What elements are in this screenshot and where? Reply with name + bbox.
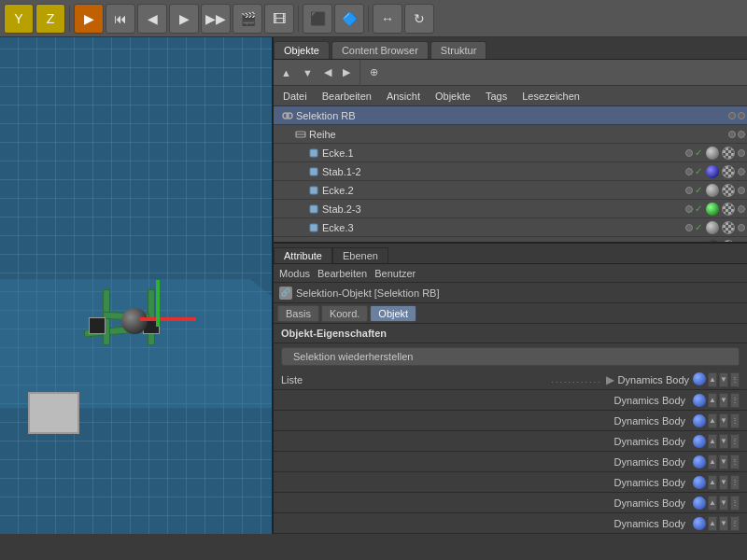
toolbar-btn-obj[interactable]: 🔷 xyxy=(334,4,364,34)
dyn-row-down[interactable]: ▼ xyxy=(719,434,728,449)
dyn-row-scroll[interactable]: ⋮ xyxy=(730,516,740,531)
attr-sub-tab-koord[interactable]: Koord. xyxy=(321,305,368,322)
toolbar-btn-y[interactable]: Y xyxy=(4,4,34,34)
mat-sphere xyxy=(706,147,719,160)
dyn-row-scroll[interactable]: ⋮ xyxy=(730,434,740,449)
attr-sub-tab-basis[interactable]: Basis xyxy=(277,305,319,322)
dyn-row-scroll[interactable]: ⋮ xyxy=(730,455,740,469)
dyn-row-scroll[interactable]: ⋮ xyxy=(730,393,740,408)
dynamics-row: Dynamics Body▲▼⋮ xyxy=(274,513,747,534)
tab-content-browser[interactable]: Content Browser xyxy=(331,41,429,59)
dynamics-row-controls: ▲▼⋮ xyxy=(708,475,740,490)
menu-lesezeichen[interactable]: Lesezeichen xyxy=(518,89,584,104)
object-list-item[interactable]: Stab.1-2✓ xyxy=(274,162,747,181)
toolbar-btn-anim[interactable]: ▶ xyxy=(74,4,104,34)
dyn-ctrl-bot[interactable]: ▼ xyxy=(719,372,728,387)
dynamics-row-label: Dynamics Body xyxy=(281,456,693,468)
tab-struktur[interactable]: Struktur xyxy=(430,41,487,59)
toolbar-btn-film[interactable]: 🎞 xyxy=(264,4,294,34)
dyn-row-down[interactable]: ▼ xyxy=(719,393,728,408)
toolbar-btn-z[interactable]: Z xyxy=(35,4,65,34)
object-list[interactable]: Selektion RBReiheEcke.1✓Stab.1-2✓Ecke.2✓… xyxy=(274,106,747,242)
attr-benutzer[interactable]: Benutzer xyxy=(374,268,416,279)
attr-tab-bar: Attribute Ebenen xyxy=(274,244,747,264)
dynamics-row-controls: ▲▼⋮ xyxy=(708,496,740,511)
object-list-item[interactable]: Selektion RB xyxy=(274,106,747,125)
menu-tags[interactable]: Tags xyxy=(482,89,511,104)
mat-sphere xyxy=(722,165,735,178)
zoom-btn[interactable]: ⊕ xyxy=(366,64,382,80)
mat-sphere xyxy=(722,221,735,234)
dyn-row-down[interactable]: ▼ xyxy=(719,516,728,531)
toolbar-btn-camera[interactable]: 🎬 xyxy=(233,4,262,34)
dyn-row-up[interactable]: ▲ xyxy=(708,455,717,469)
attr-bearbeiten[interactable]: Bearbeiten xyxy=(317,268,367,279)
svg-rect-7 xyxy=(310,205,317,213)
list-arrow-icon[interactable]: ▶ xyxy=(606,373,614,386)
svg-rect-4 xyxy=(310,149,317,157)
object-list-item[interactable]: Ecke.2✓ xyxy=(274,181,747,200)
dynamics-row-label: Dynamics Body xyxy=(281,436,693,447)
toolbar-btn-frame[interactable]: ⏮ xyxy=(106,4,135,34)
dyn-row-up[interactable]: ▲ xyxy=(708,413,717,428)
toolbar-btn-rotate[interactable]: ↻ xyxy=(404,4,434,34)
vp-white-box xyxy=(28,392,79,434)
dyn-row-down[interactable]: ▼ xyxy=(719,475,728,490)
menu-bearbeiten[interactable]: Bearbeiten xyxy=(318,89,375,104)
dyn-row-scroll[interactable]: ⋮ xyxy=(730,496,740,511)
arrow-left[interactable]: ◀ xyxy=(320,64,335,80)
obj-dots xyxy=(728,131,747,138)
dynamics-row-controls: ▲▼⋮ xyxy=(708,455,740,469)
toolbar-btn-move[interactable]: ↔ xyxy=(373,4,402,34)
dyn-row-scroll[interactable]: ⋮ xyxy=(730,475,740,490)
attr-modus[interactable]: Modus xyxy=(279,268,310,279)
object-list-item[interactable]: Reihe xyxy=(274,125,747,144)
object-list-item[interactable]: Ecke.1✓ xyxy=(274,144,747,162)
dyn-row-up[interactable]: ▲ xyxy=(708,434,717,449)
dyn-row-down[interactable]: ▼ xyxy=(719,455,728,469)
main-layout: Objekte Content Browser Struktur ▲ ▼ ◀ ▶… xyxy=(0,37,747,534)
menu-ansicht[interactable]: Ansicht xyxy=(383,89,424,104)
list-dots: ............ xyxy=(552,375,602,385)
svg-rect-5 xyxy=(310,168,317,175)
dynamics-row: Dynamics Body▲▼⋮ xyxy=(274,472,747,493)
dyn-row-down[interactable]: ▼ xyxy=(719,496,728,511)
dyn-row-scroll[interactable]: ⋮ xyxy=(730,413,740,428)
obj-label: Reihe xyxy=(309,129,728,140)
dyn-row-down[interactable]: ▼ xyxy=(719,413,728,428)
dynamics-row-controls: ▲▼⋮ xyxy=(708,516,740,531)
attr-sub-tabs: Basis Koord. Objekt xyxy=(274,303,747,324)
dynamics-row-controls: ▲▼⋮ xyxy=(708,393,740,408)
dyn-ctrl-top[interactable]: ▲ xyxy=(708,372,717,387)
arrow-down[interactable]: ▼ xyxy=(299,65,317,80)
attr-tab-ebenen[interactable]: Ebenen xyxy=(332,247,388,263)
dyn-row-up[interactable]: ▲ xyxy=(708,496,717,511)
dyn-row-up[interactable]: ▲ xyxy=(708,393,717,408)
dyn-row-up[interactable]: ▲ xyxy=(708,475,717,490)
vp-arrow-green xyxy=(156,280,160,327)
restore-button[interactable]: Selektion wiederherstellen xyxy=(281,347,740,366)
toolbar-btn-play[interactable]: ▶ xyxy=(169,4,199,34)
obj-label: Selektion RB xyxy=(296,110,728,121)
object-second-toolbar: ▲ ▼ ◀ ▶ ⊕ xyxy=(274,60,747,86)
obj-dots: ✓ xyxy=(685,147,747,160)
list-label: Liste xyxy=(281,374,552,385)
object-list-item[interactable]: Ecke.3✓ xyxy=(274,218,747,237)
viewport-3d[interactable] xyxy=(0,37,274,534)
menu-objekte[interactable]: Objekte xyxy=(431,89,474,104)
arrow-up[interactable]: ▲ xyxy=(277,65,295,80)
object-list-item[interactable]: Stab.2-3✓ xyxy=(274,200,747,218)
attr-sub-tab-objekt[interactable]: Objekt xyxy=(370,305,416,322)
dyn-row-up[interactable]: ▲ xyxy=(708,516,717,531)
arrow-right[interactable]: ▶ xyxy=(339,64,354,80)
tab-objekte[interactable]: Objekte xyxy=(274,41,330,59)
dynamics-row-controls: ▲▼⋮ xyxy=(708,434,740,449)
menu-datei[interactable]: Datei xyxy=(279,89,311,104)
obj-icon xyxy=(307,147,320,160)
attr-tab-attribute[interactable]: Attribute xyxy=(274,247,332,263)
dyn-ctrl-scroll[interactable]: ⋮ xyxy=(730,372,740,387)
vp-floor xyxy=(0,279,274,408)
toolbar-btn-cube[interactable]: ⬛ xyxy=(303,4,332,34)
toolbar-btn-prev[interactable]: ◀ xyxy=(137,4,167,34)
toolbar-btn-next[interactable]: ▶▶ xyxy=(201,4,231,34)
